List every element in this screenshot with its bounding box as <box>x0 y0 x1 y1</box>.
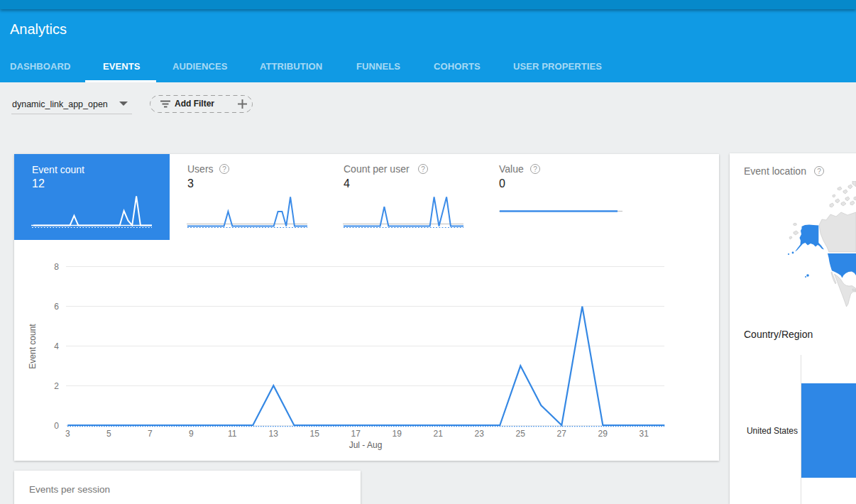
svg-text:Jul - Aug: Jul - Aug <box>349 440 383 450</box>
svg-text:13: 13 <box>269 429 279 439</box>
svg-text:11: 11 <box>228 429 237 439</box>
svg-text:2: 2 <box>54 381 59 391</box>
svg-text:23: 23 <box>475 429 485 439</box>
svg-text:21: 21 <box>434 429 444 439</box>
svg-text:7: 7 <box>148 429 153 439</box>
svg-text:5: 5 <box>106 429 111 439</box>
svg-text:19: 19 <box>393 429 402 439</box>
svg-text:6: 6 <box>54 302 59 312</box>
svg-text:31: 31 <box>640 429 649 439</box>
svg-text:17: 17 <box>351 429 361 439</box>
svg-text:15: 15 <box>310 429 320 439</box>
svg-text:4: 4 <box>54 341 59 351</box>
svg-text:8: 8 <box>54 262 59 272</box>
svg-text:0: 0 <box>54 421 59 431</box>
svg-text:25: 25 <box>516 429 526 439</box>
svg-text:27: 27 <box>557 429 567 439</box>
svg-text:9: 9 <box>189 429 194 439</box>
svg-text:3: 3 <box>65 429 70 439</box>
svg-text:Event count: Event count <box>28 324 38 369</box>
svg-text:29: 29 <box>598 429 608 439</box>
